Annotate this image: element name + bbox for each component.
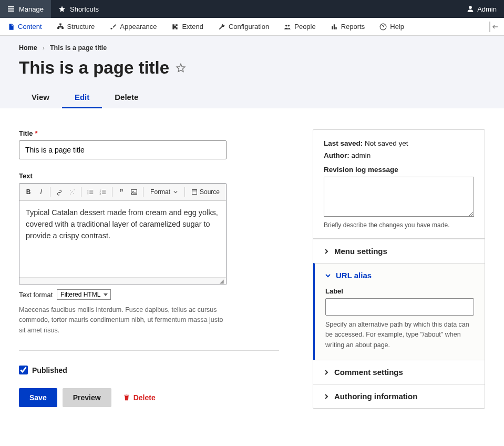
user-icon bbox=[467, 5, 474, 13]
sidebar: Last saved: Not saved yet Author: admin … bbox=[313, 129, 485, 409]
title-input[interactable] bbox=[19, 140, 227, 159]
menu-extend-label: Extend bbox=[182, 23, 203, 31]
url-alias-field-label: Label bbox=[325, 287, 474, 295]
toolbar-separator bbox=[81, 187, 81, 197]
toolbar-separator bbox=[143, 187, 143, 197]
trash-icon bbox=[123, 394, 130, 401]
menu-content-label: Content bbox=[18, 23, 42, 31]
chevron-right-icon bbox=[324, 394, 329, 399]
editor-body[interactable]: Typical Catalan dessert made from cream … bbox=[19, 201, 226, 277]
toolbar-separator bbox=[50, 187, 50, 197]
format-dropdown[interactable]: Format bbox=[147, 186, 181, 198]
toolbar-left: Manage Shortcuts bbox=[0, 0, 106, 18]
orientation-toggle[interactable] bbox=[488, 18, 500, 36]
numbered-list-button[interactable]: 123 bbox=[97, 186, 109, 198]
delete-button-label: Delete bbox=[133, 393, 156, 402]
accordion-header-menu[interactable]: Menu settings bbox=[313, 239, 485, 263]
main-column: Title * Text B I bbox=[19, 129, 279, 407]
tab-delete[interactable]: Delete bbox=[102, 87, 151, 108]
action-buttons: Save Preview Delete bbox=[19, 388, 279, 407]
italic-button[interactable]: I bbox=[35, 186, 47, 198]
text-format-select[interactable]: Filtered HTML bbox=[57, 289, 111, 300]
accordion-url-body: Label Specify an alternative path by whi… bbox=[315, 287, 485, 360]
manage-label: Manage bbox=[19, 5, 44, 13]
bullet-list-button[interactable] bbox=[85, 186, 96, 198]
user-name: Admin bbox=[477, 5, 497, 13]
text-format-help: Maecenas faucibus mollis interdum. Fusce… bbox=[19, 305, 227, 336]
required-mark: * bbox=[35, 129, 38, 137]
menu-configuration[interactable]: Configuration bbox=[211, 18, 276, 35]
manage-toggle[interactable]: Manage bbox=[0, 0, 51, 18]
svg-point-2 bbox=[88, 190, 89, 191]
user-menu[interactable]: Admin bbox=[467, 0, 504, 18]
author-label: Author: bbox=[324, 151, 349, 159]
menu-help-label: Help bbox=[390, 23, 404, 31]
preview-button[interactable]: Preview bbox=[63, 388, 111, 407]
editor-resize-handle[interactable]: ◢ bbox=[19, 277, 226, 285]
format-dropdown-label: Format bbox=[150, 188, 170, 196]
published-label[interactable]: Published bbox=[32, 366, 67, 374]
toolbar-separator bbox=[184, 187, 185, 197]
text-format-row: Text format Filtered HTML bbox=[19, 289, 279, 300]
link-button[interactable] bbox=[54, 186, 65, 198]
file-icon bbox=[7, 23, 15, 31]
toolbar-separator bbox=[112, 187, 112, 197]
chevron-down-icon bbox=[325, 273, 331, 278]
delete-button[interactable]: Delete bbox=[117, 388, 162, 407]
menu-help[interactable]: Help bbox=[372, 18, 412, 35]
menu-reports-label: Reports bbox=[341, 23, 365, 31]
svg-rect-10 bbox=[192, 190, 197, 195]
last-saved-value: Not saved yet bbox=[365, 139, 408, 147]
last-saved-line: Last saved: Not saved yet bbox=[324, 139, 474, 147]
menu-people[interactable]: People bbox=[276, 18, 323, 35]
admin-menu: Content Structure Appearance Extend Conf… bbox=[0, 18, 504, 36]
content-region: Title * Text B I bbox=[0, 108, 504, 430]
author-value: admin bbox=[352, 151, 371, 159]
tab-view[interactable]: View bbox=[19, 87, 62, 108]
published-checkbox[interactable] bbox=[19, 366, 28, 374]
accordion-header-url[interactable]: URL alias bbox=[315, 263, 485, 287]
menu-appearance[interactable]: Appearance bbox=[102, 18, 164, 35]
menu-reports[interactable]: Reports bbox=[323, 18, 373, 35]
accordion-url-alias: URL alias Label Specify an alternative p… bbox=[313, 263, 485, 360]
brush-icon bbox=[109, 23, 117, 31]
shortcuts-toggle[interactable]: Shortcuts bbox=[51, 0, 106, 18]
tab-edit[interactable]: Edit bbox=[62, 87, 102, 108]
unlink-button[interactable] bbox=[66, 186, 78, 198]
source-button-label: Source bbox=[200, 188, 220, 196]
accordion-comment-settings: Comment settings bbox=[313, 360, 485, 384]
chevron-right-icon bbox=[324, 249, 329, 254]
breadcrumb-home[interactable]: Home bbox=[19, 44, 37, 52]
people-icon bbox=[284, 23, 291, 31]
accordion-menu-settings: Menu settings bbox=[313, 239, 485, 263]
menu-configuration-label: Configuration bbox=[229, 23, 269, 31]
arrow-left-icon bbox=[491, 23, 500, 31]
menu-extend[interactable]: Extend bbox=[164, 18, 210, 35]
breadcrumb: Home › This is a page title bbox=[19, 44, 485, 52]
url-alias-input[interactable] bbox=[325, 298, 474, 316]
accordion-authoring-info: Authoring information bbox=[313, 384, 485, 408]
svg-point-3 bbox=[88, 191, 89, 192]
svg-point-4 bbox=[88, 194, 89, 195]
star-outline-icon[interactable] bbox=[176, 63, 186, 73]
source-icon bbox=[191, 189, 198, 195]
shortcuts-label: Shortcuts bbox=[70, 5, 99, 13]
caret-down-icon bbox=[173, 190, 178, 194]
accordion-header-authoring[interactable]: Authoring information bbox=[313, 384, 485, 408]
blockquote-button[interactable]: ” bbox=[116, 186, 127, 198]
accordion-header-comment[interactable]: Comment settings bbox=[313, 360, 485, 384]
accordion-authoring-label: Authoring information bbox=[334, 392, 417, 401]
divider bbox=[19, 350, 279, 351]
menu-content[interactable]: Content bbox=[0, 18, 49, 35]
page-title: This is a page title bbox=[19, 58, 169, 78]
source-button[interactable]: Source bbox=[188, 186, 223, 198]
hamburger-icon bbox=[7, 5, 15, 13]
star-filled-icon bbox=[58, 5, 66, 13]
image-button[interactable] bbox=[128, 186, 140, 198]
bold-button[interactable]: B bbox=[23, 186, 34, 198]
save-button[interactable]: Save bbox=[19, 388, 57, 407]
menu-structure[interactable]: Structure bbox=[49, 18, 102, 35]
toolbar: Manage Shortcuts Admin bbox=[0, 0, 504, 18]
revision-log-textarea[interactable] bbox=[324, 177, 474, 217]
page-title-row: This is a page title bbox=[19, 58, 485, 78]
